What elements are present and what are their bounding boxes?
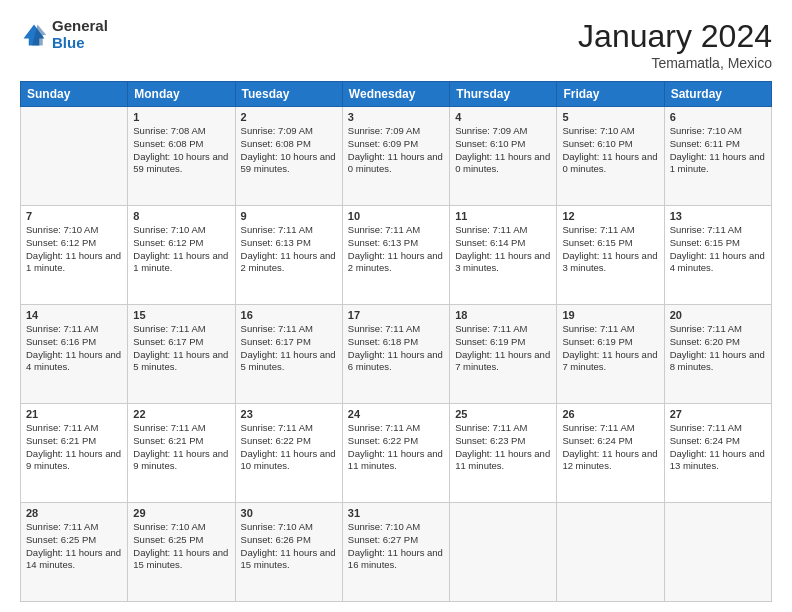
day-number: 28 — [26, 507, 122, 519]
day-number: 22 — [133, 408, 229, 420]
day-number: 8 — [133, 210, 229, 222]
calendar-cell: 14 Sunrise: 7:11 AMSunset: 6:16 PMDaylig… — [21, 305, 128, 404]
calendar-cell: 2 Sunrise: 7:09 AMSunset: 6:08 PMDayligh… — [235, 107, 342, 206]
day-info: Sunrise: 7:11 AMSunset: 6:22 PMDaylight:… — [348, 422, 444, 473]
calendar-week-row: 28 Sunrise: 7:11 AMSunset: 6:25 PMDaylig… — [21, 503, 772, 602]
day-number: 1 — [133, 111, 229, 123]
day-number: 26 — [562, 408, 658, 420]
calendar-cell: 31 Sunrise: 7:10 AMSunset: 6:27 PMDaylig… — [342, 503, 449, 602]
calendar-body: 1 Sunrise: 7:08 AMSunset: 6:08 PMDayligh… — [21, 107, 772, 602]
calendar-cell: 4 Sunrise: 7:09 AMSunset: 6:10 PMDayligh… — [450, 107, 557, 206]
weekday-header: Saturday — [664, 82, 771, 107]
day-number: 25 — [455, 408, 551, 420]
day-info: Sunrise: 7:10 AMSunset: 6:12 PMDaylight:… — [133, 224, 229, 275]
header: General Blue January 2024 Temamatla, Mex… — [20, 18, 772, 71]
day-info: Sunrise: 7:11 AMSunset: 6:15 PMDaylight:… — [562, 224, 658, 275]
calendar-cell: 16 Sunrise: 7:11 AMSunset: 6:17 PMDaylig… — [235, 305, 342, 404]
calendar-cell: 29 Sunrise: 7:10 AMSunset: 6:25 PMDaylig… — [128, 503, 235, 602]
day-number: 17 — [348, 309, 444, 321]
calendar-cell: 26 Sunrise: 7:11 AMSunset: 6:24 PMDaylig… — [557, 404, 664, 503]
day-info: Sunrise: 7:10 AMSunset: 6:26 PMDaylight:… — [241, 521, 337, 572]
day-number: 2 — [241, 111, 337, 123]
calendar-cell: 13 Sunrise: 7:11 AMSunset: 6:15 PMDaylig… — [664, 206, 771, 305]
weekday-row: SundayMondayTuesdayWednesdayThursdayFrid… — [21, 82, 772, 107]
calendar-cell — [664, 503, 771, 602]
weekday-header: Tuesday — [235, 82, 342, 107]
month-title: January 2024 — [578, 18, 772, 55]
calendar-cell: 23 Sunrise: 7:11 AMSunset: 6:22 PMDaylig… — [235, 404, 342, 503]
logo-general-text: General — [52, 18, 108, 35]
day-info: Sunrise: 7:11 AMSunset: 6:20 PMDaylight:… — [670, 323, 766, 374]
calendar-table: SundayMondayTuesdayWednesdayThursdayFrid… — [20, 81, 772, 602]
day-info: Sunrise: 7:10 AMSunset: 6:11 PMDaylight:… — [670, 125, 766, 176]
weekday-header: Sunday — [21, 82, 128, 107]
day-number: 30 — [241, 507, 337, 519]
calendar-cell: 20 Sunrise: 7:11 AMSunset: 6:20 PMDaylig… — [664, 305, 771, 404]
calendar-cell: 18 Sunrise: 7:11 AMSunset: 6:19 PMDaylig… — [450, 305, 557, 404]
day-info: Sunrise: 7:10 AMSunset: 6:25 PMDaylight:… — [133, 521, 229, 572]
logo-text: General Blue — [52, 18, 108, 51]
day-number: 21 — [26, 408, 122, 420]
calendar-cell: 8 Sunrise: 7:10 AMSunset: 6:12 PMDayligh… — [128, 206, 235, 305]
calendar-cell: 3 Sunrise: 7:09 AMSunset: 6:09 PMDayligh… — [342, 107, 449, 206]
day-number: 12 — [562, 210, 658, 222]
day-info: Sunrise: 7:09 AMSunset: 6:09 PMDaylight:… — [348, 125, 444, 176]
day-number: 11 — [455, 210, 551, 222]
day-number: 7 — [26, 210, 122, 222]
day-info: Sunrise: 7:11 AMSunset: 6:25 PMDaylight:… — [26, 521, 122, 572]
calendar-cell: 1 Sunrise: 7:08 AMSunset: 6:08 PMDayligh… — [128, 107, 235, 206]
day-info: Sunrise: 7:11 AMSunset: 6:19 PMDaylight:… — [455, 323, 551, 374]
calendar-week-row: 21 Sunrise: 7:11 AMSunset: 6:21 PMDaylig… — [21, 404, 772, 503]
day-number: 27 — [670, 408, 766, 420]
day-info: Sunrise: 7:11 AMSunset: 6:23 PMDaylight:… — [455, 422, 551, 473]
calendar-cell: 24 Sunrise: 7:11 AMSunset: 6:22 PMDaylig… — [342, 404, 449, 503]
day-info: Sunrise: 7:09 AMSunset: 6:08 PMDaylight:… — [241, 125, 337, 176]
page: General Blue January 2024 Temamatla, Mex… — [0, 0, 792, 612]
title-block: January 2024 Temamatla, Mexico — [578, 18, 772, 71]
day-info: Sunrise: 7:11 AMSunset: 6:17 PMDaylight:… — [133, 323, 229, 374]
calendar-cell — [450, 503, 557, 602]
day-number: 6 — [670, 111, 766, 123]
day-info: Sunrise: 7:10 AMSunset: 6:27 PMDaylight:… — [348, 521, 444, 572]
day-number: 23 — [241, 408, 337, 420]
calendar-cell: 28 Sunrise: 7:11 AMSunset: 6:25 PMDaylig… — [21, 503, 128, 602]
calendar-cell: 11 Sunrise: 7:11 AMSunset: 6:14 PMDaylig… — [450, 206, 557, 305]
day-number: 24 — [348, 408, 444, 420]
logo: General Blue — [20, 18, 108, 51]
day-info: Sunrise: 7:11 AMSunset: 6:21 PMDaylight:… — [26, 422, 122, 473]
day-info: Sunrise: 7:09 AMSunset: 6:10 PMDaylight:… — [455, 125, 551, 176]
calendar-cell: 25 Sunrise: 7:11 AMSunset: 6:23 PMDaylig… — [450, 404, 557, 503]
day-info: Sunrise: 7:11 AMSunset: 6:24 PMDaylight:… — [670, 422, 766, 473]
day-info: Sunrise: 7:11 AMSunset: 6:18 PMDaylight:… — [348, 323, 444, 374]
calendar-cell: 21 Sunrise: 7:11 AMSunset: 6:21 PMDaylig… — [21, 404, 128, 503]
weekday-header: Wednesday — [342, 82, 449, 107]
calendar-cell — [21, 107, 128, 206]
day-number: 10 — [348, 210, 444, 222]
day-number: 9 — [241, 210, 337, 222]
day-info: Sunrise: 7:11 AMSunset: 6:13 PMDaylight:… — [348, 224, 444, 275]
day-info: Sunrise: 7:11 AMSunset: 6:16 PMDaylight:… — [26, 323, 122, 374]
logo-icon — [20, 21, 48, 49]
calendar-cell: 7 Sunrise: 7:10 AMSunset: 6:12 PMDayligh… — [21, 206, 128, 305]
location: Temamatla, Mexico — [578, 55, 772, 71]
day-number: 16 — [241, 309, 337, 321]
day-number: 3 — [348, 111, 444, 123]
day-number: 5 — [562, 111, 658, 123]
calendar-cell: 19 Sunrise: 7:11 AMSunset: 6:19 PMDaylig… — [557, 305, 664, 404]
calendar-week-row: 1 Sunrise: 7:08 AMSunset: 6:08 PMDayligh… — [21, 107, 772, 206]
calendar-cell: 10 Sunrise: 7:11 AMSunset: 6:13 PMDaylig… — [342, 206, 449, 305]
calendar-cell: 15 Sunrise: 7:11 AMSunset: 6:17 PMDaylig… — [128, 305, 235, 404]
day-info: Sunrise: 7:08 AMSunset: 6:08 PMDaylight:… — [133, 125, 229, 176]
day-info: Sunrise: 7:11 AMSunset: 6:14 PMDaylight:… — [455, 224, 551, 275]
day-info: Sunrise: 7:11 AMSunset: 6:22 PMDaylight:… — [241, 422, 337, 473]
day-info: Sunrise: 7:11 AMSunset: 6:19 PMDaylight:… — [562, 323, 658, 374]
day-info: Sunrise: 7:10 AMSunset: 6:10 PMDaylight:… — [562, 125, 658, 176]
day-info: Sunrise: 7:10 AMSunset: 6:12 PMDaylight:… — [26, 224, 122, 275]
day-number: 29 — [133, 507, 229, 519]
calendar-cell: 6 Sunrise: 7:10 AMSunset: 6:11 PMDayligh… — [664, 107, 771, 206]
day-number: 4 — [455, 111, 551, 123]
weekday-header: Monday — [128, 82, 235, 107]
day-number: 15 — [133, 309, 229, 321]
weekday-header: Friday — [557, 82, 664, 107]
calendar-cell: 5 Sunrise: 7:10 AMSunset: 6:10 PMDayligh… — [557, 107, 664, 206]
